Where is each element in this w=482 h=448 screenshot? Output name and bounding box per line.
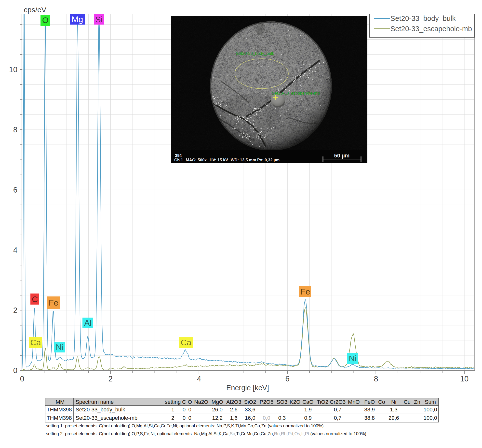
- svg-text:Set20-33_escapehole-mb: Set20-33_escapehole-mb: [76, 415, 137, 421]
- svg-text:0,9: 0,9: [304, 415, 312, 421]
- svg-text:0,7: 0,7: [334, 415, 342, 421]
- svg-text:MM: MM: [56, 399, 65, 405]
- svg-text:2: 2: [108, 375, 112, 383]
- svg-text:Fe: Fe: [300, 287, 310, 296]
- svg-text:1,6: 1,6: [230, 415, 238, 421]
- svg-text:HV: 15 kV: HV: 15 kV: [210, 158, 228, 162]
- svg-text:MgO: MgO: [212, 399, 223, 405]
- svg-text:0: 0: [188, 406, 191, 413]
- svg-text:MnO: MnO: [348, 399, 360, 405]
- svg-text:1: 1: [171, 406, 174, 413]
- svg-text:6: 6: [13, 186, 17, 194]
- svg-text:8: 8: [13, 126, 17, 134]
- svg-text:8: 8: [374, 375, 378, 383]
- svg-text:0: 0: [188, 415, 191, 421]
- svg-text:Set20-33_escapehole-mb: Set20-33_escapehole-mb: [390, 25, 472, 33]
- svg-text:Sum: Sum: [425, 399, 436, 405]
- svg-text:Ni: Ni: [391, 399, 396, 405]
- svg-text:0,0: 0,0: [263, 415, 270, 421]
- svg-text:TiO2: TiO2: [317, 399, 328, 405]
- svg-text:Ca: Ca: [30, 338, 41, 347]
- svg-text:0: 0: [20, 375, 24, 383]
- svg-text:26,0: 26,0: [212, 406, 223, 413]
- svg-text:Spectrum name: Spectrum name: [76, 399, 114, 405]
- svg-text:setting 2: preset elements: C(: setting 2: preset elements: C(not unfold…: [46, 431, 366, 436]
- svg-text:6: 6: [285, 375, 289, 383]
- svg-text:1,9: 1,9: [304, 406, 312, 413]
- svg-text:Fe: Fe: [49, 298, 58, 307]
- svg-text:100,0: 100,0: [424, 406, 437, 413]
- svg-text:Set20-33_body_bulk: Set20-33_body_bulk: [390, 14, 456, 22]
- svg-text:50 µm: 50 µm: [334, 153, 350, 159]
- svg-text:Cu: Cu: [404, 399, 411, 405]
- svg-text:33,9: 33,9: [364, 406, 375, 413]
- svg-text:THMM398: THMM398: [47, 406, 72, 413]
- svg-text:0: 0: [183, 406, 186, 413]
- svg-text:0,3: 0,3: [278, 415, 286, 421]
- svg-text:Set20-33_escapehole-mb: Set20-33_escapehole-mb: [272, 91, 320, 96]
- svg-text:16,0: 16,0: [245, 415, 255, 421]
- svg-text:O: O: [188, 399, 192, 405]
- svg-text:SO3: SO3: [277, 399, 287, 405]
- svg-text:setting: setting: [165, 399, 181, 405]
- svg-text:MAG: 500x: MAG: 500x: [186, 158, 207, 162]
- svg-text:O: O: [42, 15, 49, 25]
- svg-text:THMM398: THMM398: [47, 415, 72, 421]
- svg-text:38,8: 38,8: [364, 415, 375, 421]
- svg-text:33,6: 33,6: [245, 406, 255, 413]
- svg-text:Na2O: Na2O: [194, 399, 208, 405]
- svg-text:SiO2: SiO2: [244, 399, 256, 405]
- svg-text:2: 2: [13, 306, 17, 315]
- svg-text:Co: Co: [378, 399, 385, 405]
- svg-text:K2O: K2O: [290, 399, 300, 405]
- svg-text:100,0: 100,0: [424, 415, 437, 421]
- svg-text:Energie [keV]: Energie [keV]: [226, 384, 269, 392]
- svg-text:Mg: Mg: [71, 14, 83, 24]
- svg-text:12,2: 12,2: [212, 415, 223, 421]
- svg-text:0: 0: [183, 415, 186, 421]
- svg-text:Ca: Ca: [181, 338, 191, 347]
- svg-text:Ni: Ni: [56, 342, 64, 352]
- svg-text:C: C: [32, 294, 38, 304]
- svg-text:2: 2: [171, 415, 174, 421]
- svg-text:CaO: CaO: [302, 399, 313, 405]
- svg-text:cps/eV: cps/eV: [24, 6, 46, 14]
- svg-text:Al2O3: Al2O3: [226, 399, 241, 405]
- svg-text:4: 4: [13, 246, 17, 254]
- svg-text:394: 394: [175, 153, 182, 158]
- svg-text:Zn: Zn: [414, 399, 420, 405]
- svg-text:10: 10: [9, 65, 17, 74]
- svg-text:FeO: FeO: [364, 399, 375, 405]
- svg-text:2,6: 2,6: [230, 406, 238, 413]
- svg-text:Cr2O3: Cr2O3: [330, 399, 346, 405]
- svg-text:0: 0: [13, 366, 17, 375]
- svg-text:Set20-33_body_bulk: Set20-33_body_bulk: [236, 51, 274, 56]
- svg-text:P2O5: P2O5: [260, 399, 273, 405]
- svg-text:1,3: 1,3: [390, 406, 398, 413]
- svg-text:Set20-33_body_bulk: Set20-33_body_bulk: [76, 406, 125, 413]
- svg-text:Si: Si: [95, 15, 103, 24]
- svg-text:Ni: Ni: [349, 354, 357, 363]
- svg-text:setting 1: preset elements: C(: setting 1: preset elements: C(not unfold…: [46, 423, 324, 428]
- svg-text:Px: 0,32 µm: Px: 0,32 µm: [257, 158, 280, 162]
- svg-text:4: 4: [197, 375, 201, 383]
- svg-text:Ch 1: Ch 1: [174, 158, 183, 162]
- svg-text:10: 10: [460, 375, 469, 383]
- svg-text:29,6: 29,6: [388, 415, 399, 421]
- svg-text:C: C: [182, 399, 186, 405]
- svg-text:WD: 13,5 mm: WD: 13,5 mm: [231, 158, 256, 162]
- svg-text:Al: Al: [84, 318, 92, 327]
- svg-text:0,7: 0,7: [334, 406, 342, 413]
